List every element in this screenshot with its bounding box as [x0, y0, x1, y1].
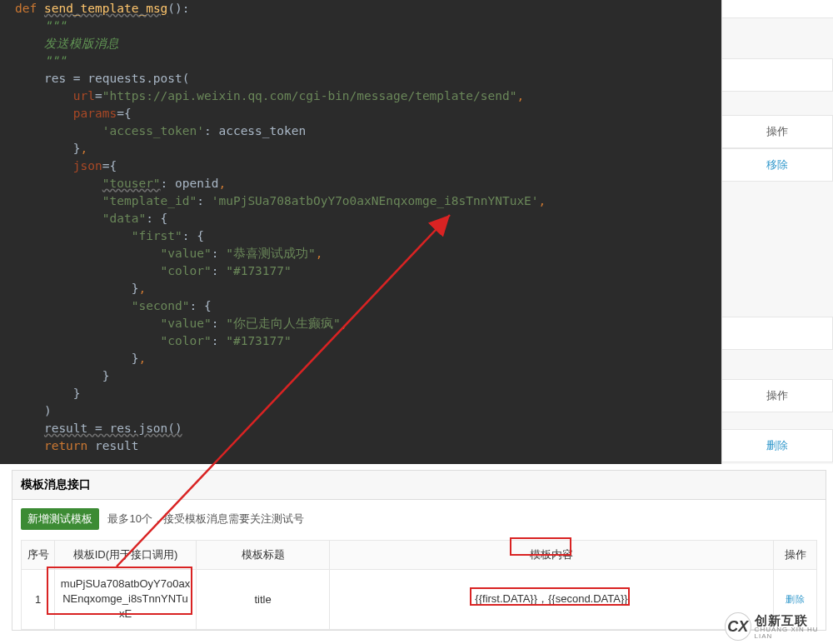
right-panel: 操作 移除 操作 删除	[721, 0, 833, 464]
key-color: "color"	[161, 264, 212, 277]
docstring-close: """	[44, 54, 66, 67]
template-table: 序号 模板ID(用于接口调用) 模板标题 模板内容 操作 1 muPjSUa70…	[21, 540, 817, 630]
color-value: "#173177"	[226, 264, 292, 277]
op-header: 操作	[722, 115, 833, 148]
right-panel-spacer	[722, 317, 833, 350]
template-id-value: 'muPjSUa708atbOyY7o0axNEnqxomge_i8sTnnYN…	[212, 194, 539, 207]
color-value: "#173177"	[226, 334, 292, 347]
key-first: "first"	[132, 229, 182, 242]
url-string: "https://api.weixin.qq.com/cgi-bin/messa…	[102, 89, 517, 102]
code-line: res = requests.post(	[44, 72, 190, 85]
watermark-icon: CX	[725, 612, 751, 641]
second-value: "你已走向人生癫疯"	[226, 317, 340, 330]
cell-seq: 1	[22, 570, 55, 630]
right-panel-spacer	[722, 58, 833, 92]
panel-header: 模板消息接口	[12, 471, 826, 500]
watermark-sub: CHUANG XIN HU LIAN	[755, 627, 833, 640]
keyword-return: return	[44, 439, 87, 452]
panel-hint: 最多10个，接受模板消息需要关注测试号	[107, 512, 303, 527]
key-access-token: 'access_token'	[102, 124, 204, 137]
docstring-open: """	[44, 19, 66, 32]
docstring-body: 发送模版消息	[44, 37, 119, 50]
cell-title: title	[197, 570, 330, 630]
param-url: url	[73, 89, 95, 102]
template-panel: 模板消息接口 新增测试模板 最多10个，接受模板消息需要关注测试号 序号 模板I…	[12, 470, 826, 631]
add-template-button[interactable]: 新增测试模板	[21, 508, 99, 530]
key-value: "value"	[161, 317, 212, 330]
key-touser: "touser"	[102, 177, 161, 190]
code-editor: def send_template_msg(): """ 发送模版消息 """ …	[0, 0, 721, 464]
key-second: "second"	[132, 299, 190, 312]
key-template-id: "template_id"	[102, 194, 197, 207]
watermark: CX 创新互联 CHUANG XIN HU LIAN	[725, 609, 833, 644]
delete-link[interactable]: 删除	[722, 429, 833, 462]
col-seq: 序号	[22, 541, 55, 570]
result-line: result = res.json()	[44, 422, 182, 435]
key-color: "color"	[161, 334, 212, 347]
cell-id: muPjSUa708atbOyY7o0axNEnqxomge_i8sTnnYNT…	[55, 570, 197, 630]
watermark-title: 创新互联	[755, 614, 833, 627]
key-data: "data"	[102, 212, 146, 225]
op-header: 操作	[722, 379, 833, 412]
row-delete-link[interactable]: 删除	[786, 594, 806, 604]
function-name: send_template_msg	[44, 2, 167, 15]
col-title: 模板标题	[197, 541, 330, 570]
browser-controls[interactable]	[722, 0, 833, 18]
col-op: 操作	[774, 541, 817, 570]
cell-content: {{first.DATA}}，{{second.DATA}}	[330, 570, 774, 630]
table-row: 1 muPjSUa708atbOyY7o0axNEnqxomge_i8sTnnY…	[22, 570, 817, 630]
keyword-def: def	[15, 2, 37, 15]
col-content: 模板内容	[330, 541, 774, 570]
col-id: 模板ID(用于接口调用)	[55, 541, 197, 570]
remove-link[interactable]: 移除	[722, 148, 833, 182]
param-json: json	[73, 159, 102, 172]
param-params: params	[73, 107, 117, 120]
key-value: "value"	[161, 247, 212, 260]
first-value: "恭喜测试成功"	[226, 247, 315, 260]
